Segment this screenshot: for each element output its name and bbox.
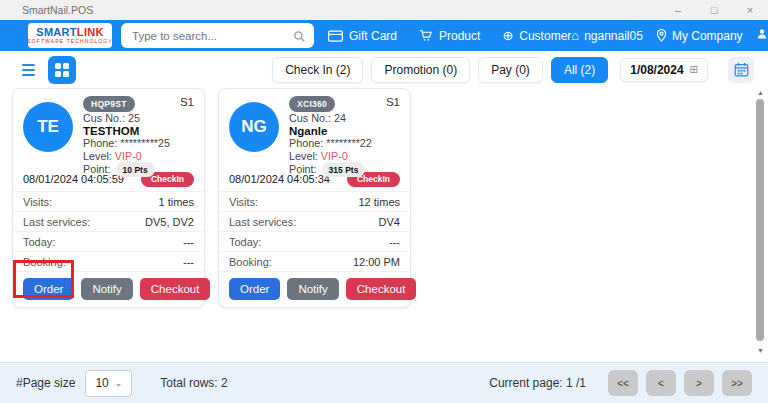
window-title: SmartNail.POS <box>22 4 93 16</box>
card-row-today: Today:--- <box>219 231 410 251</box>
page-size-select[interactable]: 10 ⌄ <box>85 370 132 397</box>
tab-all[interactable]: All (2) <box>551 57 608 83</box>
calendar-icon <box>734 62 749 77</box>
customer-number: Cus No.: 24 <box>289 112 400 124</box>
points-badge: 10 Pts <box>116 162 155 177</box>
station-badge: S1 <box>180 96 194 108</box>
pager: Current page: 1 /1 << < > >> <box>489 370 752 396</box>
card-header: NG S1 XCI360 Cus No.: 24 Nganle Phone: *… <box>219 89 410 167</box>
tab-pay[interactable]: Pay (0) <box>478 57 543 83</box>
card-actions: Order Notify Checkout <box>219 271 410 307</box>
logo-text: SMARTLINK <box>36 27 103 38</box>
avatar: NG <box>229 102 279 152</box>
customer-phone: Phone: ********22 <box>289 137 400 149</box>
date-picker-field[interactable]: 1/08/2024 ⊞ <box>620 58 708 82</box>
company-selector[interactable]: My Company <box>656 29 743 43</box>
logo-tagline: SOFTWARE TECHNOLOGY <box>27 39 112 44</box>
customer-card: TE S1 HQP9ST Cus No.: 25 TESTHOM Phone: … <box>12 88 205 308</box>
customer-code-badge: HQP9ST <box>83 96 135 112</box>
gift-card-label: Gift Card <box>349 29 397 43</box>
username: ngannail05 <box>584 29 643 43</box>
current-page-label: Current page: 1 /1 <box>489 376 586 390</box>
company-name: My Company <box>672 29 743 43</box>
chevron-down-icon: ⌄ <box>115 378 123 388</box>
customer-level: Level: VIP-0 <box>83 150 194 162</box>
close-icon[interactable]: × <box>732 0 768 20</box>
customer-code-badge: XCI360 <box>289 96 335 112</box>
points-badge: 315 Pts <box>322 162 366 177</box>
notify-button[interactable]: Notify <box>81 278 132 300</box>
tab-promotion[interactable]: Promotion (0) <box>371 57 470 83</box>
user-account[interactable]: ⌂ ngannail05 <box>571 29 643 43</box>
order-button[interactable]: Order <box>23 278 74 300</box>
customer-card: NG S1 XCI360 Cus No.: 24 Nganle Phone: *… <box>218 88 411 308</box>
card-row-booking: Booking:12:00 PM <box>219 251 410 271</box>
product-button[interactable]: Product <box>419 29 480 43</box>
search-input[interactable] <box>121 23 314 48</box>
checkout-button[interactable]: Checkout <box>140 278 211 300</box>
card-row-last-services: Last services:DV4 <box>219 211 410 231</box>
location-pin-icon <box>656 29 667 42</box>
customer-name: TESTHOM <box>83 125 194 137</box>
customer-points: Point: 315 Pts <box>289 162 400 177</box>
checkout-button[interactable]: Checkout <box>346 278 417 300</box>
avatar: TE <box>23 102 73 152</box>
minimize-icon[interactable]: – <box>660 0 696 20</box>
card-row-last-services: Last services:DV5, DV2 <box>13 211 204 231</box>
tab-check-in[interactable]: Check In (2) <box>272 57 363 83</box>
total-rows-label: Total rows: 2 <box>160 376 227 390</box>
customer-info: XCI360 Cus No.: 24 Nganle Phone: *******… <box>289 96 400 177</box>
card-row-visits: Visits:1 times <box>13 191 204 211</box>
page-size-value: 10 <box>95 376 108 390</box>
maximize-icon[interactable]: □ <box>696 0 732 20</box>
next-page-button[interactable]: > <box>684 370 714 396</box>
scrollbar-thumb[interactable] <box>756 99 764 341</box>
customer-info: HQP9ST Cus No.: 25 TESTHOM Phone: ******… <box>83 96 194 177</box>
customer-card-grid: TE S1 HQP9ST Cus No.: 25 TESTHOM Phone: … <box>0 88 768 362</box>
header-right-cluster: ⌂ ngannail05 My Company S1 → <box>571 26 768 45</box>
order-button[interactable]: Order <box>229 278 280 300</box>
card-header: TE S1 HQP9ST Cus No.: 25 TESTHOM Phone: … <box>13 89 204 167</box>
notify-button[interactable]: Notify <box>287 278 338 300</box>
calendar-button[interactable] <box>728 57 754 83</box>
customer-number: Cus No.: 25 <box>83 112 194 124</box>
grid-icon <box>55 63 69 77</box>
header-nav: Gift Card Product ⊕ Customer <box>328 29 571 43</box>
card-actions: Order Notify Checkout <box>13 271 204 307</box>
toolbar: Check In (2) Promotion (0) Pay (0) All (… <box>0 51 768 88</box>
plus-circle-icon: ⊕ <box>502 29 513 42</box>
date-grid-icon: ⊞ <box>690 64 698 75</box>
window-titlebar: SmartNail.POS – □ × <box>0 0 768 20</box>
customer-level: Level: VIP-0 <box>289 150 400 162</box>
product-label: Product <box>439 29 480 43</box>
list-view-button[interactable] <box>14 56 42 84</box>
first-page-button[interactable]: << <box>608 370 638 396</box>
search-icon[interactable] <box>293 29 306 47</box>
card-row-visits: Visits:12 times <box>219 191 410 211</box>
smartnail-pos-window: SmartNail.POS – □ × SMARTLINK SOFTWARE T… <box>0 0 768 403</box>
customer-points: Point: 10 Pts <box>83 162 194 177</box>
page-size-label: #Page size <box>16 376 75 390</box>
grid-view-button[interactable] <box>48 56 76 84</box>
card-row-booking: Booking:--- <box>13 251 204 271</box>
filter-tabs: Check In (2) Promotion (0) Pay (0) All (… <box>272 57 754 83</box>
gift-card-icon <box>328 30 343 42</box>
window-controls: – □ × <box>660 0 768 20</box>
person-icon[interactable] <box>756 28 768 43</box>
customer-button[interactable]: ⊕ Customer <box>502 29 571 43</box>
smartlink-logo: SMARTLINK SOFTWARE TECHNOLOGY <box>28 23 112 48</box>
date-value: 1/08/2024 <box>630 63 683 77</box>
app-header: SMARTLINK SOFTWARE TECHNOLOGY Gift Card … <box>0 20 768 51</box>
cart-icon <box>419 29 433 42</box>
home-icon: ⌂ <box>571 29 579 42</box>
scroll-down-icon[interactable]: ▼ <box>757 347 764 354</box>
scroll-up-icon[interactable]: ▲ <box>757 89 764 96</box>
global-search <box>121 23 314 48</box>
prev-page-button[interactable]: < <box>646 370 676 396</box>
card-row-today: Today:--- <box>13 231 204 251</box>
customer-name: Nganle <box>289 125 400 137</box>
pagination-footer: #Page size 10 ⌄ Total rows: 2 Current pa… <box>0 362 768 403</box>
station-badge: S1 <box>386 96 400 108</box>
gift-card-button[interactable]: Gift Card <box>328 29 397 43</box>
last-page-button[interactable]: >> <box>722 370 752 396</box>
